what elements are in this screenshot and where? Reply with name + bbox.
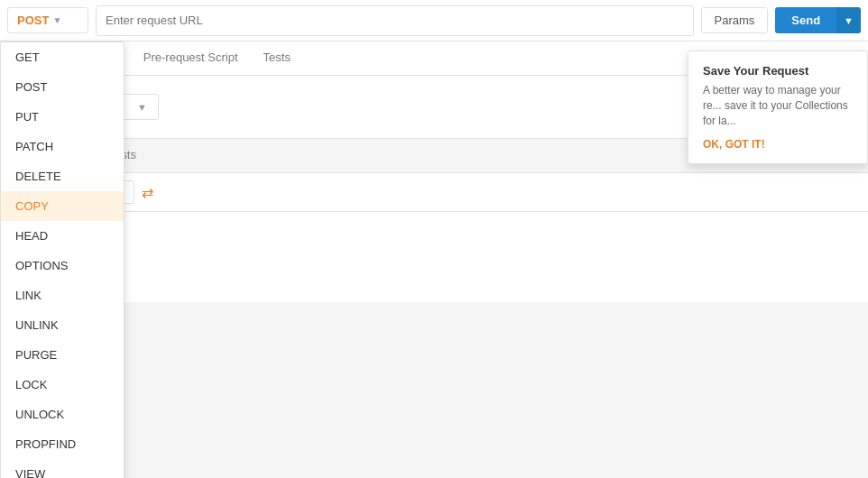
top-bar: POST ▼ Params Send ▼ GET POST PUT PATCH … [0,0,868,41]
dropdown-item-head[interactable]: HEAD [1,221,124,251]
save-tooltip: Save Your Request A better way to manage… [688,51,868,164]
response-content: le specified. [0,212,868,302]
tooltip-title: Save Your Request [703,64,853,78]
dropdown-item-lock[interactable]: LOCK [1,370,124,400]
send-button-group: Send ▼ [775,7,861,33]
dropdown-item-link[interactable]: LINK [1,280,124,310]
dropdown-item-options[interactable]: OPTIONS [1,251,124,280]
tooltip-ok-button[interactable]: OK, GOT IT! [703,138,765,151]
dropdown-item-propfind[interactable]: PROPFIND [1,429,124,459]
dropdown-item-unlink[interactable]: UNLINK [1,310,124,340]
tooltip-text: A better way to manage your re... save i… [703,83,853,128]
method-dropdown: GET POST PUT PATCH DELETE COPY HEAD OPTI… [0,41,125,478]
dropdown-item-post[interactable]: POST [1,72,124,102]
url-input[interactable] [96,5,694,36]
send-chevron-button[interactable]: ▼ [836,7,861,33]
dropdown-item-put[interactable]: PUT [1,102,124,132]
dropdown-item-delete[interactable]: DELETE [1,161,124,191]
auth-chevron: ▼ [137,102,147,113]
method-chevron: ▼ [52,15,61,25]
tab-pre-request[interactable]: Pre-request Script [131,41,251,75]
dropdown-item-purge[interactable]: PURGE [1,340,124,370]
method-selector[interactable]: POST ▼ [7,7,88,33]
method-label: POST [17,14,49,27]
dropdown-item-patch[interactable]: PATCH [1,132,124,161]
dropdown-item-unlock[interactable]: UNLOCK [1,400,124,429]
params-button[interactable]: Params [701,7,769,33]
send-button[interactable]: Send [775,7,836,33]
wrap-icon[interactable]: ⇄ [142,184,153,201]
dropdown-item-copy[interactable]: COPY [1,191,124,221]
tab-tests[interactable]: Tests [251,41,303,75]
response-toolbar: Preview HTML ▼ ⇄ [0,173,868,212]
dropdown-item-get[interactable]: GET [1,42,124,72]
dropdown-item-view[interactable]: VIEW [1,459,124,478]
